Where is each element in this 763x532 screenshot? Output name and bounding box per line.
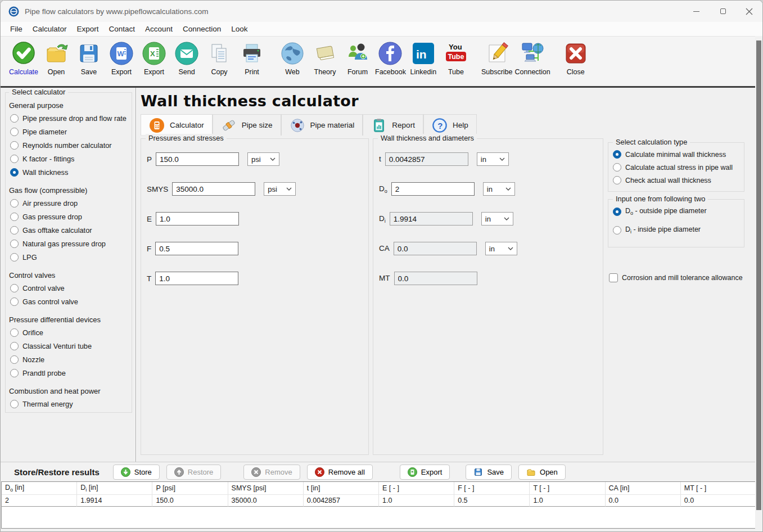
close-window-button[interactable] [736,1,762,22]
radio-label: Check actual wall thickness [625,177,711,184]
menu-file[interactable]: File [5,25,28,33]
save-floppy-icon [473,467,483,477]
minimize-button[interactable] [683,1,710,22]
web-globe-icon [279,40,305,66]
option-check-wall-thickness[interactable]: Check actual wall thickness [613,176,744,184]
sidebar-item-thermal-energy[interactable]: Thermal energy [8,397,129,411]
connection-button[interactable]: Connection [514,40,552,76]
sidebar-divider [136,88,136,462]
ca-unit-select[interactable]: in [485,242,517,255]
calculate-button[interactable]: Calculate [7,40,40,76]
do-input[interactable] [391,182,475,196]
toolbar-label: Forum [347,68,368,76]
di-unit-select[interactable]: in [481,212,513,226]
web-button[interactable]: Web [276,40,309,76]
table-row[interactable]: 2 1.9914 150.0 35000.0 0.0042857 1.0 0.5… [2,495,756,507]
ca-input[interactable] [394,242,477,255]
radio-label: Calculate actual stress in pipe wall [625,164,733,172]
linkedin-icon: in [410,40,436,66]
open-button[interactable]: Open [40,40,73,76]
smys-unit-select[interactable]: psi [264,182,296,196]
save-button[interactable]: Save [73,40,105,76]
menu-export[interactable]: Export [72,25,104,33]
export-excel-button[interactable]: X Export [138,40,170,76]
e-input[interactable] [156,212,239,226]
theory-button[interactable]: Theory [309,40,341,76]
export-word-button[interactable]: W Export [105,40,138,76]
vertical-scrollbar[interactable] [755,36,762,531]
minimize-icon [693,11,699,12]
sidebar-item-air-pressure-drop[interactable]: Air pressure drop [8,196,129,210]
close-app-button[interactable]: Close [559,40,592,76]
menu-calculator[interactable]: Calculator [28,25,72,33]
calc-type-group: Select calculation type Calculate minima… [608,142,744,192]
export-results-button[interactable]: Export [400,465,450,480]
sidebar-item-reynolds-number[interactable]: Reynolds number calculator [8,138,129,152]
sidebar-item-orifice[interactable]: Orifice [8,326,129,339]
tab-help[interactable]: ? Help [423,114,477,136]
sidebar-item-gas-offtake[interactable]: Gas offtake calculator [8,223,129,237]
option-outside-diameter[interactable]: Do - outside pipe diameter [613,207,744,216]
chevron-down-icon [499,157,505,161]
tab-calculator[interactable]: Calculator [141,114,213,136]
group-header: Control valves [9,271,129,279]
sidebar-item-wall-thickness[interactable]: Wall thickness [8,165,129,179]
youtube-button[interactable]: You Tube Tube [440,40,472,76]
thickness-unit-select[interactable]: in [477,152,509,166]
tab-pipe-size[interactable]: Pipe size [213,114,281,136]
save-results-button[interactable]: Save [466,465,512,480]
sidebar-item-pipe-diameter[interactable]: Pipe diameter [8,125,129,138]
radio-icon [10,355,19,364]
scrollbar-thumb[interactable] [756,40,761,510]
option-minimal-wall-thickness[interactable]: Calculate minimal wall thickness [613,150,744,159]
p-unit-select[interactable]: psi [247,152,279,166]
tab-report[interactable]: Report [363,114,423,136]
field-row-mt: MT [379,272,603,285]
f-input[interactable] [155,242,238,255]
sidebar-item-gas-pressure-drop[interactable]: Gas pressure drop [8,210,129,223]
sidebar-item-gas-control-valve[interactable]: Gas control valve [8,295,129,308]
mt-input[interactable] [394,272,477,285]
linkedin-button[interactable]: in Linkedin [407,40,440,76]
copy-button[interactable]: Copy [203,40,236,76]
toolbar-label: Theory [314,68,336,76]
column-header-mt: MT [ - ] [681,482,756,495]
menu-connection[interactable]: Connection [178,25,226,33]
smys-input[interactable] [172,182,255,196]
di-input[interactable] [390,212,473,226]
toolbar-label: Close [567,68,585,76]
sidebar-item-venturi-tube[interactable]: Classical Venturi tube [8,339,129,353]
p-input[interactable] [156,152,239,166]
store-button[interactable]: Store [113,465,160,480]
restore-up-icon [174,467,184,477]
sidebar-item-nozzle[interactable]: Nozzle [8,353,129,366]
sidebar-item-prandtl-probe[interactable]: Prandtl probe [8,366,129,380]
thickness-input[interactable] [385,152,468,166]
option-inside-diameter[interactable]: Di - inside pipe diameter [613,226,744,235]
send-button[interactable]: Send [170,40,203,76]
do-unit-select[interactable]: in [483,182,515,196]
menu-contact[interactable]: Contact [104,25,141,33]
open-results-button[interactable]: Open [518,465,566,480]
remove-all-button[interactable]: Remove all [307,465,373,480]
option-actual-stress[interactable]: Calculate actual stress in pipe wall [613,163,744,172]
sidebar-item-pipe-pressure-drop[interactable]: Pipe pressure drop and flow rate [8,111,129,125]
forum-button[interactable]: Forum [341,40,374,76]
menu-account[interactable]: Account [140,25,178,33]
sidebar-item-k-factor[interactable]: K factor - fittings [8,152,129,165]
menu-look[interactable]: Look [226,25,252,33]
sidebar-item-control-valve[interactable]: Control valve [8,281,129,295]
subscribe-button[interactable]: Subscribe [480,40,514,76]
print-button[interactable]: Print [236,40,268,76]
t-factor-input[interactable] [155,272,238,285]
toolbar-label: Linkedin [410,68,437,76]
tab-pipe-material[interactable]: Pipe material [281,114,363,136]
button-label: Save [487,468,504,476]
tolerance-checkbox-row[interactable]: Corrosion and mill tolerance allowance [609,273,743,282]
sidebar-item-natural-gas-pressure-drop[interactable]: Natural gas pressure drop [8,237,129,250]
maximize-button[interactable] [710,1,736,22]
facebook-button[interactable]: Facebook [374,40,407,76]
cell-t-factor: 1.0 [530,495,605,507]
sidebar-item-lpg[interactable]: LPG [8,250,129,264]
svg-text:Tube: Tube [448,53,464,61]
